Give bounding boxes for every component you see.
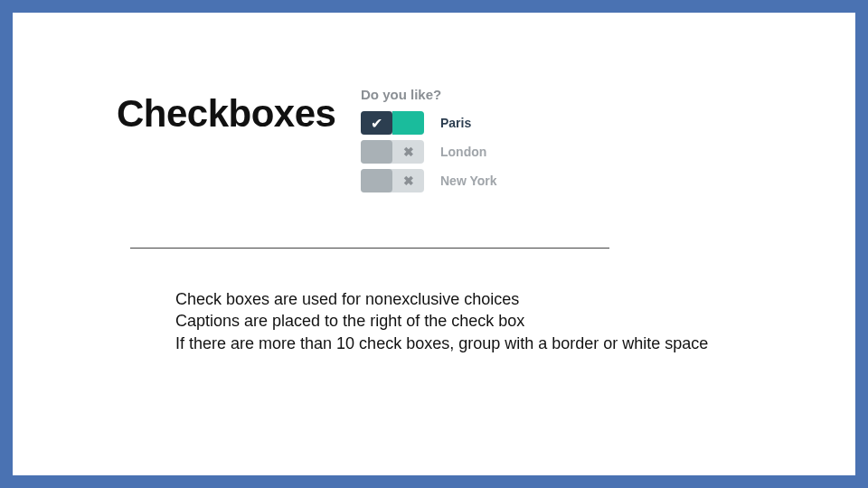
toggle-knob	[361, 169, 392, 192]
option-row: ✔ Paris	[361, 111, 614, 135]
slide-title: Checkboxes	[117, 92, 335, 136]
toggle-london[interactable]: ✖	[361, 140, 424, 164]
cross-icon: ✖	[392, 140, 424, 164]
body-line: Check boxes are used for nonexclusive ch…	[175, 288, 708, 310]
toggle-track	[392, 111, 424, 135]
body-text: Check boxes are used for nonexclusive ch…	[175, 288, 708, 354]
divider	[130, 248, 609, 249]
option-row: ✖ London	[361, 140, 614, 164]
slide: Checkboxes Do you like? ✔ Paris ✖ London…	[0, 0, 868, 488]
option-label: Paris	[440, 116, 471, 130]
option-label: New York	[440, 174, 497, 188]
cross-icon: ✖	[392, 169, 424, 192]
example-question: Do you like?	[361, 87, 614, 102]
option-row: ✖ New York	[361, 169, 614, 192]
option-label: London	[440, 145, 486, 159]
check-icon: ✔	[361, 111, 392, 135]
checkbox-example: Do you like? ✔ Paris ✖ London ✖ New York	[361, 87, 614, 198]
toggle-knob	[361, 140, 392, 164]
body-line: Captions are placed to the right of the …	[175, 310, 708, 332]
toggle-newyork[interactable]: ✖	[361, 169, 424, 192]
toggle-paris[interactable]: ✔	[361, 111, 424, 135]
body-line: If there are more than 10 check boxes, g…	[175, 333, 708, 354]
